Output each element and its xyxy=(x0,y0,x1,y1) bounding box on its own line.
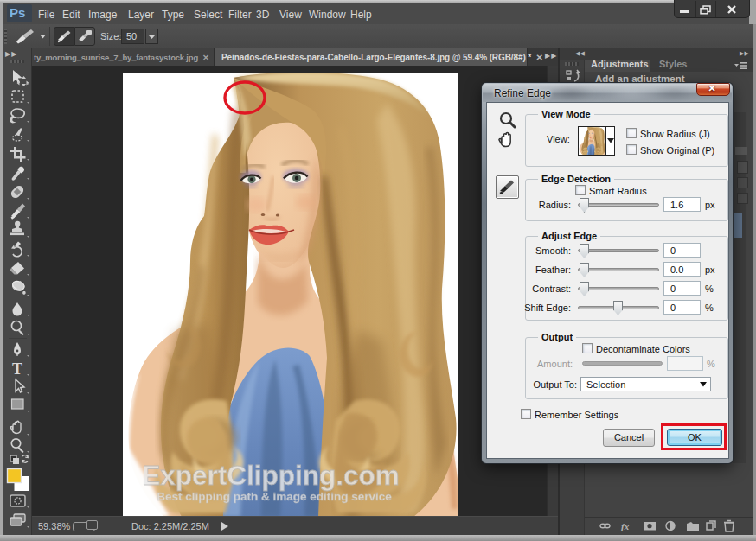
svg-text:ExpertClipping.com: ExpertClipping.com xyxy=(142,460,400,491)
svg-text:fx: fx xyxy=(621,521,630,531)
svg-text:T: T xyxy=(12,360,22,378)
svg-text:Best clipping path & image edi: Best clipping path & image editing servi… xyxy=(157,490,392,503)
